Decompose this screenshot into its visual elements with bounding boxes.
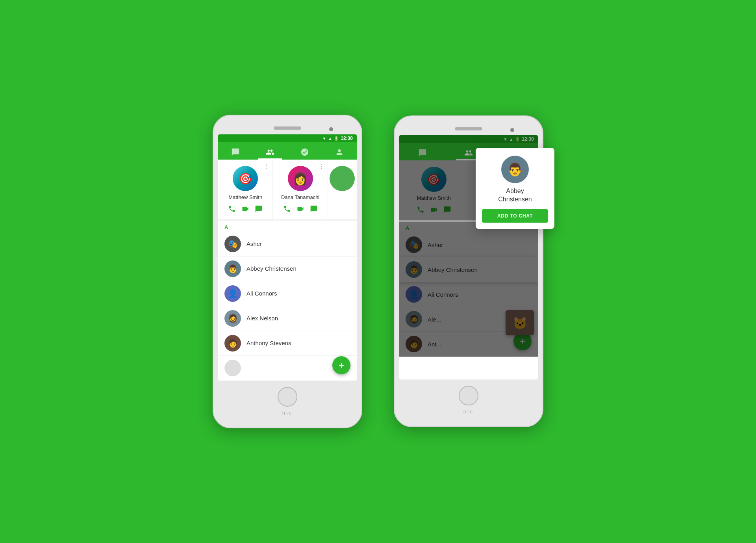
wifi-icon: ▲ <box>328 136 332 141</box>
contact-card-matthew[interactable]: ⋮ Matthew Smith <box>218 160 273 219</box>
avatar-dana <box>288 166 313 191</box>
avatar-alex: 🧔 <box>224 310 241 327</box>
avatar-ali-2: 👤 <box>406 286 422 303</box>
contact-list-1: A 🎭 Asher 👨 Abbey Christensen 👤 Ali Conn… <box>218 221 357 381</box>
avatar-matthew-2 <box>421 167 447 192</box>
list-item-alex-2: 🧔 Ale... 🐱 <box>399 307 538 332</box>
contact-actions-matthew <box>228 205 263 214</box>
home-button-2[interactable] <box>459 386 478 405</box>
list-item-abbey-highlighted[interactable]: 👨 Abbey Christensen <box>399 257 538 282</box>
battery-icon-2: 🔋 <box>515 137 520 141</box>
contact-card-partial <box>328 160 357 219</box>
contact-name-ali: Ali Connors <box>246 290 277 297</box>
phone-top-bar-1 <box>218 123 357 134</box>
add-to-chat-button[interactable]: ADD TO CHAT <box>482 209 548 223</box>
avatar-matthew <box>233 166 258 191</box>
avatar-alex-2: 🧔 <box>406 311 422 327</box>
contact-name-abbey: Abbey Christensen <box>246 265 296 272</box>
chat-icon-m2 <box>443 206 451 215</box>
contact-card-dana[interactable]: ⋮ Dana Tanamachi <box>273 160 328 219</box>
phone-bottom-1 <box>218 381 357 408</box>
home-button-1[interactable] <box>278 387 297 407</box>
phone-1: ▼ ▲ 🔋 12:30 <box>213 115 362 428</box>
contact-actions-matthew-2 <box>417 206 451 215</box>
page-container: ▼ ▲ 🔋 12:30 <box>0 91 756 452</box>
wifi-icon-2: ▲ <box>509 137 513 141</box>
contact-name-matthew: Matthew Smith <box>228 194 262 201</box>
pinned-contacts-1: ⋮ Matthew Smith <box>218 160 357 219</box>
list-item-ali[interactable]: 👤 Ali Connors <box>218 281 357 306</box>
list-item-alex[interactable]: 🧔 Alex Nelson <box>218 306 357 331</box>
phone-camera-2 <box>510 128 514 132</box>
contacts-scroll-1: ⋮ Matthew Smith <box>218 160 357 381</box>
video-icon-dana[interactable] <box>296 205 304 214</box>
phone-2: ▼ ▲ 🔋 12:30 <box>394 115 543 427</box>
video-icon-m2 <box>430 206 438 215</box>
phone-icon-dana[interactable] <box>283 205 291 214</box>
chat-icon-dana[interactable] <box>310 205 318 214</box>
avatar-abbey-2: 👨 <box>406 261 422 278</box>
avatar-anthony-2: 🧑 <box>406 336 422 352</box>
avatar-abbey-list: 👨 <box>224 260 241 277</box>
phone-top-bar-2 <box>399 124 538 135</box>
contact-more-dana[interactable]: ⋮ <box>318 163 324 170</box>
contact-popup: 👨 Abbey Christensen ADD TO CHAT <box>476 148 554 229</box>
video-icon-matthew[interactable] <box>241 205 249 214</box>
brand-label-2: htc <box>399 407 538 415</box>
section-header-a-1: A <box>218 221 357 232</box>
phone-bottom-2 <box>399 379 538 407</box>
contact-name-asher: Asher <box>246 240 262 247</box>
status-time: 12:30 <box>341 136 353 141</box>
phone-icon-matthew[interactable] <box>228 205 236 214</box>
fab-1[interactable]: + <box>332 356 350 374</box>
contact-card-matthew-2: Matthew Smith <box>399 160 469 220</box>
status-time-2: 12:30 <box>522 136 534 142</box>
list-item-ali-2: 👤 Ali Connors <box>399 282 538 307</box>
contact-name-asher-2: Asher <box>428 242 443 248</box>
avatar-asher: 🎭 <box>224 236 241 252</box>
signal-icon: ▼ <box>322 136 326 141</box>
popup-name-abbey: Abbey Christensen <box>498 187 532 204</box>
contact-more-matthew[interactable]: ⋮ <box>263 163 269 170</box>
chat-icon-matthew[interactable] <box>255 205 263 214</box>
tab-contacts-1[interactable] <box>258 145 282 160</box>
contact-name-alex: Alex Nelson <box>246 315 278 322</box>
contact-name-alex-2: Ale... <box>428 316 441 323</box>
contact-name-ali-2: Ali Connors <box>428 291 458 298</box>
contact-name-matthew-2: Matthew Smith <box>417 195 451 202</box>
list-item-asher-2: 🎭 Asher <box>399 232 538 257</box>
phone-camera-1 <box>329 127 333 131</box>
signal-icon-2: ▼ <box>503 137 507 141</box>
contact-name-abbey-2: Abbey Christensen <box>428 266 478 273</box>
list-item-asher[interactable]: 🎭 Asher <box>218 232 357 257</box>
list-item-anthony[interactable]: 🧑 Anthony Stevens <box>218 331 357 356</box>
contact-list-2: A 🎭 Asher 👨 Abbey Christensen 👤 Ali Conn… <box>399 222 538 357</box>
brand-label-1: htc <box>218 408 357 416</box>
tab-groups-1[interactable] <box>293 145 317 160</box>
phone-speaker-1 <box>274 126 301 130</box>
contact-name-anthony-2: Ant... <box>428 341 441 348</box>
avatar-partial <box>224 360 241 376</box>
contact-name-anthony: Anthony Stevens <box>246 340 291 346</box>
contact-name-dana: Dana Tanamachi <box>281 194 319 201</box>
popup-avatar-abbey: 👨 <box>501 156 529 183</box>
tab-profile-1[interactable] <box>327 145 352 160</box>
status-bar-2: ▼ ▲ 🔋 12:30 <box>399 135 538 143</box>
avatar-asher-2: 🎭 <box>406 236 422 253</box>
tab-chat-1[interactable] <box>223 145 248 160</box>
battery-icon: 🔋 <box>334 136 339 141</box>
tab-chat-2 <box>410 146 435 160</box>
phone-speaker-2 <box>455 127 482 130</box>
status-bar-1: ▼ ▲ 🔋 12:30 <box>218 134 357 142</box>
contact-actions-dana <box>283 205 318 214</box>
avatar-anthony: 🧑 <box>224 335 241 351</box>
phone-icon-m2 <box>417 206 424 215</box>
phone-screen-1: ▼ ▲ 🔋 12:30 <box>218 134 357 381</box>
cat-image: 🐱 <box>506 310 534 335</box>
avatar-ali: 👤 <box>224 285 241 302</box>
list-item-abbey[interactable]: 👨 Abbey Christensen <box>218 257 357 281</box>
top-nav-1 <box>218 142 357 160</box>
